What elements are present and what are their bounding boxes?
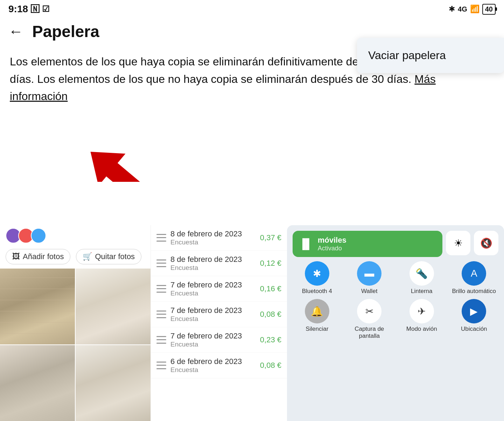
photo-cell-4 — [76, 345, 150, 421]
add-photos-button[interactable]: 🖼 Añadir fotos — [6, 249, 70, 264]
status-bar: 9:18 🄽 ☑ ✱ 4G 📶 40 — [0, 0, 504, 17]
qs-icon-item-2[interactable]: 🔦 Linterna — [397, 261, 446, 295]
add-photos-label: Añadir fotos — [23, 252, 64, 261]
transaction-icon-1 — [156, 258, 166, 268]
transaction-info-4: 7 de febrero de 2023 Encuesta — [170, 331, 260, 348]
transaction-info-1: 8 de febrero de 2023 Encuesta — [170, 255, 260, 272]
qs-icons-grid-1: ✱ Bluetooth 4 ▬ Wallet 🔦 Linterna A Bril… — [293, 261, 498, 295]
transaction-date-1: 8 de febrero de 2023 — [170, 255, 260, 264]
battery-level: 40 — [485, 5, 493, 13]
transaction-info-2: 7 de febrero de 2023 Encuesta — [170, 280, 260, 297]
transaction-row: 7 de febrero de 2023 Encuesta 0,08 € — [151, 302, 287, 327]
transaction-amount-0: 0,37 € — [260, 233, 281, 242]
bottom-area: 🖼 Añadir fotos 🛒 Quitar fotos 8 de febre… — [0, 225, 504, 421]
qs-music-tile[interactable]: ▐▌ móviles Activado — [293, 231, 442, 257]
brightness-icon: ☀ — [454, 237, 463, 249]
photo-cell-1 — [0, 269, 75, 344]
transaction-type-1: Encuesta — [170, 264, 260, 272]
photo-cell-2 — [76, 269, 150, 344]
transaction-date-2: 7 de febrero de 2023 — [170, 280, 260, 290]
qs-icon2-label-2: Modo avión — [406, 326, 437, 333]
arrow-annotation — [70, 77, 182, 182]
status-left: 9:18 🄽 ☑ — [8, 3, 50, 15]
battery-indicator: 40 — [482, 4, 496, 15]
remove-photos-label: Quitar fotos — [95, 252, 135, 261]
photos-grid — [0, 269, 150, 421]
signal-bars-icon: 📶 — [470, 5, 479, 14]
qs-icon2-label-1: Captura de pantalla — [345, 326, 394, 340]
transaction-amount-4: 0,23 € — [260, 335, 281, 344]
back-button[interactable]: ← — [7, 20, 29, 43]
transaction-row: 8 de febrero de 2023 Encuesta 0,12 € — [151, 251, 287, 276]
photo-cell-3 — [0, 345, 75, 421]
qs-icon-circle-2: 🔦 — [410, 261, 434, 286]
profile-circles — [0, 225, 150, 245]
transaction-icon-4 — [156, 335, 166, 345]
qs-icon2-circle-2: ✈ — [410, 299, 434, 323]
transaction-amount-1: 0,12 € — [260, 259, 281, 268]
remove-photos-button[interactable]: 🛒 Quitar fotos — [76, 249, 141, 264]
qs-icon-item-1[interactable]: ▬ Wallet — [345, 261, 394, 295]
qs-icon-circle-1: ▬ — [357, 261, 382, 286]
transaction-icon-5 — [156, 361, 166, 370]
qs-icon2-item-0[interactable]: 🔔 Silenciar — [293, 299, 342, 340]
transaction-type-4: Encuesta — [170, 341, 260, 348]
qs-icon2-circle-1: ✂ — [357, 299, 382, 323]
empty-trash-button[interactable]: Vaciar papelera — [357, 41, 504, 70]
signal-label: 4G — [458, 5, 467, 13]
transaction-date-0: 8 de febrero de 2023 — [170, 229, 260, 238]
transaction-amount-3: 0,08 € — [260, 310, 281, 319]
check-icon: ☑ — [42, 4, 50, 14]
qs-icon2-circle-3: ▶ — [462, 299, 486, 323]
nfc-icon: 🄽 — [31, 4, 39, 14]
transaction-type-5: Encuesta — [170, 366, 260, 374]
dropdown-menu: Vaciar papelera — [357, 38, 504, 73]
transaction-type-2: Encuesta — [170, 290, 260, 297]
photos-buttons: 🖼 Añadir fotos 🛒 Quitar fotos — [0, 245, 150, 269]
qs-icon-label-0: Bluetooth 4 — [302, 288, 332, 295]
qs-icon2-item-3[interactable]: ▶ Ubicación — [450, 299, 499, 340]
transaction-icon-2 — [156, 284, 166, 294]
qs-icons-grid-2: 🔔 Silenciar ✂ Captura de pantalla ✈ Modo… — [293, 299, 498, 340]
avatar-3 — [31, 228, 46, 243]
page-title: Papelera — [32, 22, 99, 41]
transaction-amount-2: 0,16 € — [260, 284, 281, 293]
qs-icon-label-3: Brillo automático — [452, 288, 496, 295]
qs-top-row: ▐▌ móviles Activado ☀ 🔇 — [293, 231, 498, 257]
qs-icon2-item-1[interactable]: ✂ Captura de pantalla — [345, 299, 394, 340]
qs-icon-label-2: Linterna — [411, 288, 432, 295]
qs-icon2-label-0: Silenciar — [306, 326, 328, 333]
qs-icon2-item-2[interactable]: ✈ Modo avión — [397, 299, 446, 340]
add-photos-icon: 🖼 — [12, 252, 20, 261]
qs-music-info: móviles Activado — [318, 236, 436, 252]
transaction-icon-3 — [156, 309, 166, 319]
qs-icon-circle-0: ✱ — [305, 261, 329, 286]
bluetooth-icon: ✱ — [449, 5, 455, 14]
transaction-row: 7 de febrero de 2023 Encuesta 0,16 € — [151, 276, 287, 302]
transaction-icon-0 — [156, 233, 166, 243]
qs-music-sub: Activado — [318, 245, 436, 252]
transactions-panel: 8 de febrero de 2023 Encuesta 0,37 € 8 d… — [150, 225, 287, 421]
qs-brightness-button[interactable]: ☀ — [446, 231, 470, 255]
qs-icon-circle-3: A — [462, 261, 486, 286]
transaction-type-0: Encuesta — [170, 238, 260, 246]
qs-music-icon: ▐▌ — [299, 238, 313, 250]
transaction-row: 6 de febrero de 2023 Encuesta 0,08 € — [151, 353, 287, 378]
transaction-info-0: 8 de febrero de 2023 Encuesta — [170, 229, 260, 246]
qs-icon2-label-3: Ubicación — [461, 326, 487, 333]
qs-icon-item-3[interactable]: A Brillo automático — [450, 261, 499, 295]
transaction-info-3: 7 de febrero de 2023 Encuesta — [170, 306, 260, 323]
transaction-info-5: 6 de febrero de 2023 Encuesta — [170, 357, 260, 374]
transaction-amount-5: 0,08 € — [260, 361, 281, 370]
photos-panel: 🖼 Añadir fotos 🛒 Quitar fotos — [0, 225, 150, 421]
status-right: ✱ 4G 📶 40 — [449, 4, 496, 15]
remove-photos-icon: 🛒 — [83, 252, 92, 261]
transaction-date-3: 7 de febrero de 2023 — [170, 306, 260, 315]
mute-icon: 🔇 — [480, 237, 492, 249]
svg-marker-1 — [77, 136, 174, 182]
qs-mute-button[interactable]: 🔇 — [474, 231, 498, 255]
qs-icon-item-0[interactable]: ✱ Bluetooth 4 — [293, 261, 342, 295]
qs-music-label: móviles — [318, 236, 436, 245]
time-display: 9:18 — [8, 3, 28, 15]
transaction-date-4: 7 de febrero de 2023 — [170, 331, 260, 341]
